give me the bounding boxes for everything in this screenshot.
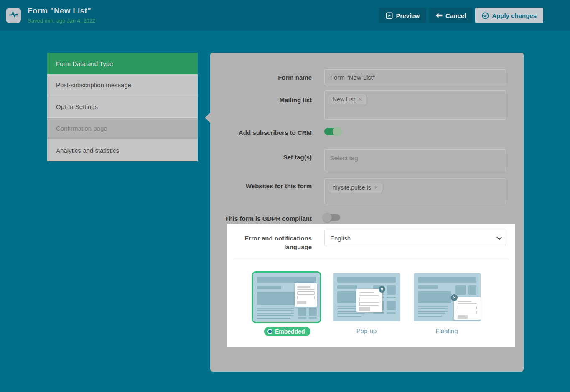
- gdpr-toggle[interactable]: [324, 214, 340, 221]
- mock-card-input: [297, 296, 315, 299]
- mock-text-line: [257, 313, 294, 314]
- apply-changes-button[interactable]: Apply changes: [475, 8, 543, 23]
- mock-text-line: [373, 312, 384, 314]
- mock-card-input: [458, 311, 477, 314]
- mock-text-line: [418, 316, 442, 317]
- check-circle-icon: [482, 12, 489, 19]
- tag-remove-icon[interactable]: ✕: [358, 97, 362, 102]
- mock-card-button: [359, 307, 370, 311]
- mock-subtitle-bar: [257, 286, 281, 289]
- mock-floating-form-card: ✕: [454, 297, 481, 320]
- set-tags-field[interactable]: Select tag: [324, 149, 506, 171]
- mock-subtitle-bar: [418, 285, 438, 289]
- form-type-embedded-badge[interactable]: Embedded: [264, 327, 310, 336]
- mock-embedded-form-card: [295, 283, 317, 307]
- cancel-label: Cancel: [445, 12, 466, 19]
- mock-card-input: [359, 298, 379, 301]
- mock-card-line: [359, 295, 379, 296]
- sidebar-item-opt-in-settings[interactable]: Opt-In Settings: [47, 96, 198, 118]
- mock-text-line: [309, 317, 317, 319]
- tag-remove-icon[interactable]: ✕: [374, 185, 378, 190]
- cancel-button[interactable]: Cancel: [429, 8, 473, 23]
- mock-text-line: [257, 308, 294, 309]
- mock-card-line: [297, 289, 315, 290]
- mock-card-button: [297, 301, 306, 304]
- sidebar-item-confirmation-page[interactable]: Confirmation page: [47, 118, 198, 139]
- preview-button[interactable]: Preview: [379, 8, 426, 23]
- mock-text-line: [257, 318, 290, 319]
- app-logo[interactable]: [6, 8, 21, 23]
- sidebar-item-analytics-and-statistics[interactable]: Analytics and statistics: [47, 139, 198, 161]
- language-select[interactable]: English: [324, 230, 506, 246]
- form-name-label: Form name: [210, 73, 312, 81]
- mock-text-line: [418, 313, 445, 314]
- highlighted-section: Error and notifications language English: [227, 224, 515, 347]
- gdpr-label: This form is GDPR compliant: [210, 215, 312, 223]
- section-divider: [233, 260, 509, 260]
- app-root: Form "New List" Saved min. ago Jan 4, 20…: [0, 0, 570, 392]
- set-tags-label: Set tag(s): [210, 153, 312, 161]
- mailing-list-field[interactable]: New List ✕: [324, 90, 506, 120]
- form-type-floating-thumbnail[interactable]: ✕: [414, 273, 481, 321]
- mock-text-line: [337, 313, 365, 314]
- mock-image-block: [309, 308, 317, 316]
- mock-card-input: [297, 291, 315, 295]
- mock-text-line: [387, 312, 396, 314]
- top-header: Form "New List" Saved min. ago Jan 4, 20…: [0, 0, 570, 31]
- mock-header-bar: [257, 277, 316, 283]
- header-titles: Form "New List" Saved min. ago Jan 4, 20…: [28, 6, 95, 24]
- form-type-embedded-thumbnail[interactable]: [252, 271, 321, 323]
- mock-card-line: [359, 292, 374, 293]
- mock-text-line: [387, 297, 396, 298]
- set-tags-placeholder: Select tag: [325, 150, 506, 166]
- mailing-list-tag: New List ✕: [328, 94, 366, 105]
- close-icon: ✕: [379, 286, 385, 293]
- form-type-floating-label[interactable]: Floating: [426, 327, 468, 334]
- embedded-label: Embedded: [275, 328, 305, 335]
- mock-text-line: [298, 317, 306, 319]
- websites-field[interactable]: mysite.pulse.is ✕: [324, 178, 506, 204]
- mock-card-line: [458, 303, 477, 304]
- crm-toggle[interactable]: [324, 128, 340, 135]
- mock-text-line: [418, 311, 448, 312]
- pulse-icon: [8, 10, 18, 21]
- language-select-wrap: English: [324, 230, 506, 246]
- tag-label: New List: [333, 96, 355, 103]
- language-label-line2: language: [227, 243, 312, 251]
- form-type-popup-label[interactable]: Pop-up: [346, 327, 387, 334]
- tag-label: mysite.pulse.is: [333, 184, 371, 191]
- mock-card-button: [458, 315, 468, 319]
- panel-pointer: [205, 111, 218, 124]
- mock-image-block: [298, 308, 306, 316]
- mock-text-line: [418, 306, 448, 307]
- mock-card-line: [458, 301, 472, 302]
- arrow-left-icon: [435, 13, 443, 18]
- mock-text-line: [337, 316, 361, 317]
- mock-image-block: [455, 285, 466, 295]
- mock-card-line: [297, 286, 310, 288]
- page-title: Form "New List": [28, 6, 95, 15]
- mock-card-input: [359, 302, 379, 306]
- form-name-input[interactable]: [324, 69, 506, 85]
- form-type-popup-thumbnail[interactable]: ✕: [333, 273, 400, 321]
- mailing-list-label: Mailing list: [210, 96, 312, 104]
- radio-circle-icon: [267, 329, 272, 334]
- header-actions: Preview Cancel Apply changes: [379, 8, 543, 23]
- website-tag: mysite.pulse.is ✕: [328, 182, 382, 193]
- preview-icon: [386, 12, 393, 19]
- mock-text-line: [257, 315, 294, 316]
- toggle-knob: [323, 213, 332, 222]
- mock-text-line: [418, 308, 448, 309]
- form-settings-panel: Form name Mailing list New List ✕ Add su…: [210, 53, 524, 372]
- mock-image-block: [387, 285, 396, 295]
- sidebar-item-post-subscription-message[interactable]: Post-subscription message: [47, 74, 198, 96]
- language-label: Error and notifications language: [227, 234, 312, 251]
- mock-header-bar: [337, 277, 396, 283]
- mock-text-line: [257, 310, 294, 311]
- mock-card-input: [458, 306, 477, 309]
- mock-image-block: [468, 285, 476, 295]
- sidebar-item-form-data-and-type[interactable]: Form Data and Type: [47, 53, 198, 74]
- sidebar-item-label: Opt-In Settings: [56, 103, 98, 110]
- mock-content-block: [418, 291, 451, 303]
- language-label-line1: Error and notifications: [227, 234, 312, 243]
